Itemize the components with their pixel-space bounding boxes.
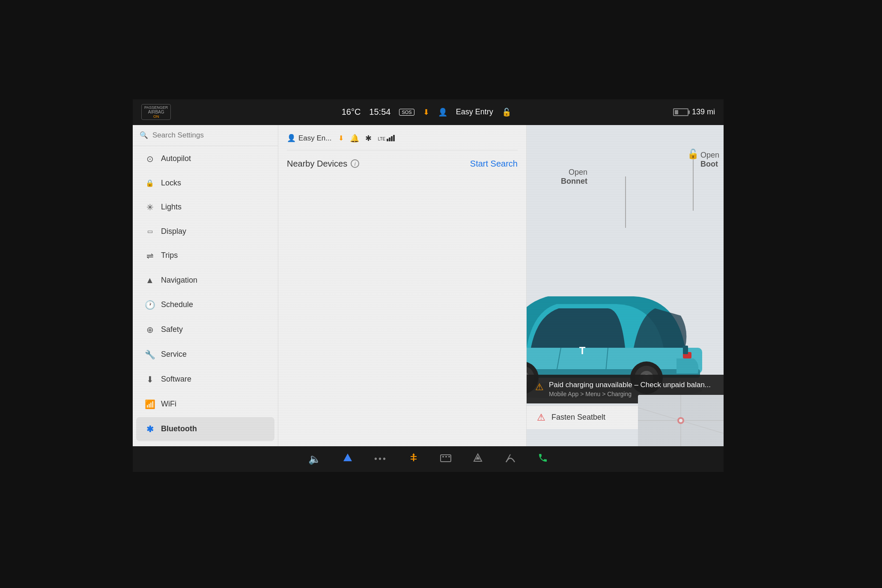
lock-icon-status: 🔓 [502,107,511,117]
airbag-line2: AIRBAG [148,110,164,114]
boot-connector-line [693,159,694,211]
sidebar-label-software: Software [161,375,191,384]
service-icon: 🔧 [145,349,155,360]
open-boot-bottom: Boot [700,160,719,169]
time-display: 15:54 [369,107,390,117]
sidebar-item-navigation[interactable]: ▲ Navigation [136,269,274,292]
phone-icon[interactable] [538,453,548,466]
sidebar-item-autopilot[interactable]: ⊙ Autopilot [136,147,274,171]
lights-icon: ✳ [145,202,155,212]
bluetooth-icon: ✱ [145,424,155,434]
schedule-icon: 🕐 [145,300,155,310]
person-icon: 👤 [438,107,447,117]
media-icon[interactable] [473,453,483,466]
open-boot-label[interactable]: Open Boot [700,151,719,169]
car-area: Open Bonnet Open Boot 🔓 [527,125,724,446]
sub-download-icon: ⬇ [338,134,344,142]
climate-icon[interactable] [408,453,419,466]
right-panel: 👤 Easy En... ⬇ 🔔 ✱ LTE [278,125,724,446]
sidebar-label-schedule: Schedule [161,300,193,309]
sidebar-label-safety: Safety [161,325,183,334]
sidebar-label-display: Display [161,227,186,236]
start-search-button[interactable]: Start Search [470,159,518,169]
sub-status-bar: 👤 Easy En... ⬇ 🔔 ✱ LTE [287,134,518,150]
mini-map-content [638,395,724,446]
sidebar-item-schedule[interactable]: 🕐 Schedule [136,293,274,317]
seatbelt-warning: ⚠ Fasten Seatbelt [527,406,638,429]
mileage-display: 139 mi [692,107,715,116]
sidebar-item-safety[interactable]: ⊕ Safety [136,318,274,342]
airbag-indicator: PASSENGER AIRBAG ON [141,104,171,120]
bluetooth-panel: 👤 Easy En... ⬇ 🔔 ✱ LTE [278,125,527,446]
boot-unlock-icon: 🔓 [687,149,699,160]
sub-person-icon: 👤 [287,134,296,143]
sidebar-item-trips[interactable]: ⇌ Trips [136,244,274,268]
open-boot-top: Open [700,151,719,160]
sub-easy-entry-label: Easy En... [298,134,331,143]
sidebar-label-wifi: WiFi [161,400,176,409]
trips-icon: ⇌ [145,251,155,261]
sidebar-item-service[interactable]: 🔧 Service [136,343,274,367]
svg-rect-28 [441,455,451,462]
camera-icon[interactable] [440,453,451,466]
sidebar-item-lights[interactable]: ✳ Lights [136,195,274,219]
sidebar-item-bluetooth[interactable]: ✱ Bluetooth [136,417,274,441]
sidebar: 🔍 ⊙ Autopilot 🔒 Locks ✳ Lights [133,125,278,446]
taskbar: 🔈 ••• [133,446,724,472]
download-icon: ⬇ [423,107,429,117]
wipers-icon[interactable] [504,453,516,466]
mini-map [638,395,724,446]
status-bar: PASSENGER AIRBAG ON 16°C 15:54 SOS ⬇ 👤 E… [133,99,724,125]
autopilot-icon: ⊙ [145,154,155,164]
search-input[interactable] [152,131,271,140]
nearby-devices-title: Nearby Devices i [287,159,359,169]
airbag-line1: PASSENGER [144,105,168,110]
safety-icon: ⊕ [145,325,155,335]
svg-rect-30 [445,456,447,457]
sidebar-label-autopilot: Autopilot [161,154,191,163]
nearby-devices-header: Nearby Devices i Start Search [287,159,518,169]
sidebar-item-upgrades[interactable]: 🛍 Upgrades [136,442,274,446]
sidebar-label-navigation: Navigation [161,276,197,285]
sidebar-item-locks[interactable]: 🔒 Locks [136,172,274,194]
sidebar-label-bluetooth: Bluetooth [161,424,197,433]
sub-bluetooth-icon: ✱ [365,134,372,143]
sub-easy-entry: 👤 Easy En... [287,134,331,143]
battery-indicator [673,108,688,116]
music-icon[interactable] [343,453,353,466]
svg-point-22 [679,419,682,422]
seatbelt-warning-icon: ⚠ [537,412,545,423]
easy-entry-label: Easy Entry [456,107,493,116]
sidebar-label-trips: Trips [161,251,178,260]
sidebar-label-service: Service [161,350,187,359]
warning-icon: ⚠ [535,382,544,393]
search-bar[interactable]: 🔍 [133,125,278,146]
svg-marker-23 [343,454,352,461]
locks-icon: 🔒 [145,179,155,187]
navigation-icon: ▲ [145,275,155,285]
svg-rect-29 [442,456,444,457]
svg-marker-25 [412,453,415,455]
display-icon: ▭ [145,228,155,235]
sos-badge[interactable]: SOS [399,109,414,116]
sub-bell-icon: 🔔 [350,134,359,143]
sidebar-item-software[interactable]: ⬇ Software [136,367,274,391]
volume-icon[interactable]: 🔈 [308,453,321,465]
bluetooth-sub-icons: ⬇ 🔔 ✱ LTE [338,134,395,143]
svg-text:T: T [579,345,586,356]
info-icon[interactable]: i [351,159,359,168]
sidebar-item-display[interactable]: ▭ Display [136,220,274,243]
temperature-display: 16°C [342,107,361,117]
nearby-devices-label: Nearby Devices [287,159,347,169]
more-menu-icon[interactable]: ••• [374,454,387,464]
svg-rect-16 [683,346,688,354]
open-bonnet-label[interactable]: Open Bonnet [561,168,587,186]
sidebar-item-wifi[interactable]: 📶 WiFi [136,392,274,416]
seatbelt-label: Fasten Seatbelt [551,413,605,422]
lte-signal: LTE [378,135,395,141]
open-bonnet-top: Open [561,168,587,177]
search-icon: 🔍 [140,131,148,139]
bonnet-connector-line [625,176,626,228]
open-bonnet-bottom: Bonnet [561,177,587,186]
wifi-icon: 📶 [145,399,155,409]
